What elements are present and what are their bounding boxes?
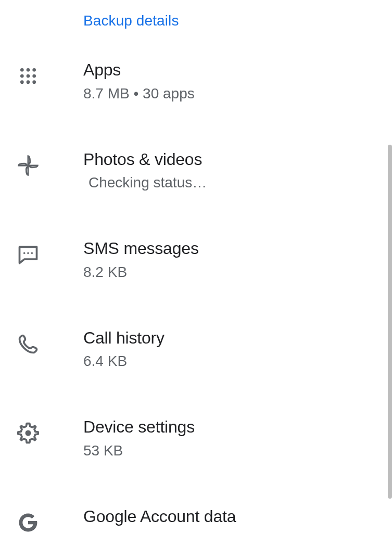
svg-point-6 (20, 80, 24, 84)
item-photos-videos[interactable]: Photos & videos Checking status… (0, 149, 392, 192)
apps-icon (17, 65, 40, 87)
item-sms-messages[interactable]: SMS messages 8.2 KB (0, 238, 392, 281)
item-title: Apps (83, 59, 392, 81)
sms-icon (17, 243, 40, 266)
item-subtitle: 8.7 MB • 30 apps (83, 85, 392, 102)
svg-point-8 (32, 80, 36, 84)
item-subtitle: Checking status… (83, 174, 392, 191)
phone-icon (17, 333, 40, 356)
item-subtitle: 6.4 KB (83, 353, 392, 370)
backup-details-screen: Backup details Apps 8.7 MB • 30 apps Pho… (0, 0, 392, 533)
item-device-settings[interactable]: Device settings 53 KB (0, 416, 392, 459)
svg-point-2 (32, 68, 36, 72)
item-title: Google Account data (83, 506, 392, 528)
svg-point-0 (20, 68, 24, 72)
svg-point-5 (32, 74, 36, 78)
section-header: Backup details (0, 12, 392, 29)
item-title: Call history (83, 327, 392, 349)
item-call-history[interactable]: Call history 6.4 KB (0, 327, 392, 370)
svg-point-7 (27, 80, 30, 84)
item-subtitle: 53 KB (83, 442, 392, 459)
svg-point-9 (23, 252, 26, 255)
svg-point-12 (26, 430, 31, 436)
photos-icon (17, 154, 40, 177)
svg-point-10 (27, 252, 29, 255)
scrollbar[interactable] (388, 145, 392, 499)
svg-point-1 (27, 68, 30, 72)
item-title: Photos & videos (83, 149, 392, 171)
item-subtitle: 8.2 KB (83, 264, 392, 281)
svg-point-11 (31, 252, 33, 255)
item-apps[interactable]: Apps 8.7 MB • 30 apps (0, 59, 392, 102)
item-title: Device settings (83, 416, 392, 438)
google-g-icon (17, 511, 40, 533)
item-title: SMS messages (83, 238, 392, 260)
item-google-account-data[interactable]: Google Account data Synced with contacts… (0, 506, 392, 533)
svg-point-3 (20, 74, 24, 78)
gear-icon (17, 422, 40, 445)
svg-point-4 (27, 74, 30, 78)
